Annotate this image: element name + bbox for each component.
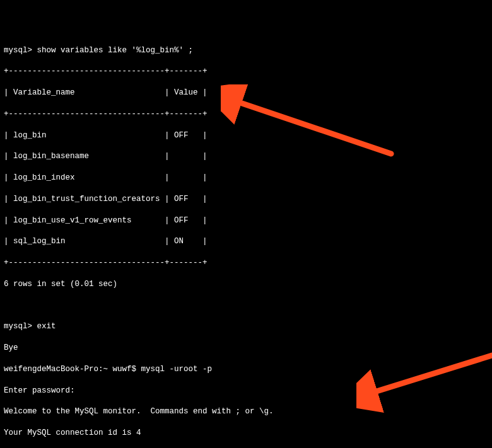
sql-query-1: show variables like '%log_bin%' ; <box>37 46 194 55</box>
exit-command: exit <box>37 322 56 331</box>
blank-line <box>4 301 488 311</box>
table-row: | sql_log_bin | ON | <box>4 236 488 247</box>
table-border: +---------------------------------+-----… <box>4 109 488 120</box>
enter-password-line: Enter password: <box>4 386 488 396</box>
query-line-1: mysql> show variables like '%log_bin%' ; <box>4 45 488 56</box>
table-row: | log_bin_basename | | <box>4 151 488 162</box>
svg-line-0 <box>231 100 391 154</box>
table-border: +---------------------------------+-----… <box>4 66 488 77</box>
table-row: | log_bin_use_v1_row_events | OFF | <box>4 215 488 226</box>
arrow-annotation-icon <box>221 63 394 188</box>
table-row: | log_bin_trust_function_creators | OFF … <box>4 194 488 205</box>
table-header-row: | Variable_name | Value | <box>4 88 488 98</box>
table-row: | log_bin | OFF | <box>4 130 488 141</box>
mysql-prompt: mysql> <box>4 322 37 331</box>
connection-id-line: Your MySQL connection id is 4 <box>4 428 488 439</box>
result-footer: 6 rows in set (0.01 sec) <box>4 279 488 290</box>
welcome-line: Welcome to the MySQL monitor. Commands e… <box>4 406 488 417</box>
mysql-prompt: mysql> <box>4 46 37 55</box>
table-row: | log_bin_index | | <box>4 173 488 183</box>
table-border: +---------------------------------+-----… <box>4 258 488 268</box>
shell-login-line: weifengdeMacBook-Pro:~ wuwf$ mysql -uroo… <box>4 364 488 375</box>
bye-line: Bye <box>4 343 488 353</box>
exit-line: mysql> exit <box>4 321 488 332</box>
